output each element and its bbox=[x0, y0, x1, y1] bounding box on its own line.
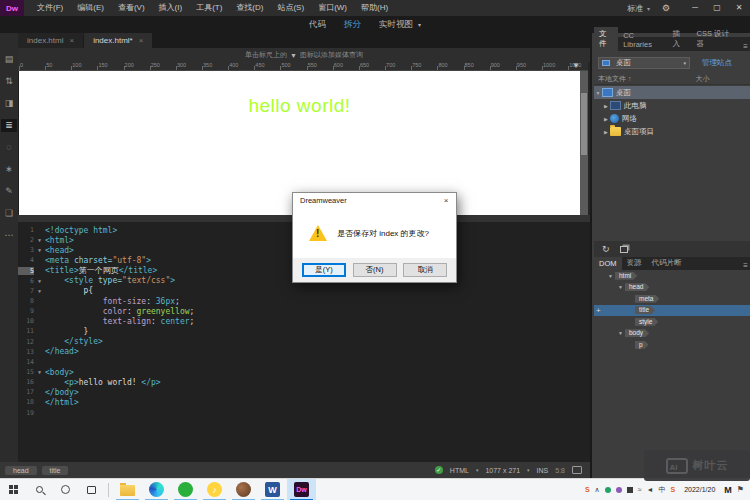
tree-toggle-icon[interactable]: ▶ bbox=[602, 129, 610, 135]
file-tree-item-网络[interactable]: ▶网络 bbox=[594, 112, 750, 125]
menu-item-T[interactable]: 工具(T) bbox=[189, 0, 229, 16]
code-line-8[interactable]: 8 font-size: 36px; bbox=[18, 296, 590, 306]
tab-close-icon[interactable]: × bbox=[139, 36, 144, 45]
dom-node-head[interactable]: ▼head bbox=[594, 282, 750, 294]
tree-toggle-icon[interactable]: ▶ bbox=[602, 116, 610, 122]
menu-item-S[interactable]: 站点(S) bbox=[270, 0, 311, 16]
code-line-16[interactable]: 16 <p>hello world! </p> bbox=[18, 377, 590, 387]
file-tree-item-桌面[interactable]: ▼桌面 bbox=[594, 86, 750, 99]
format-source-icon[interactable]: ≣ bbox=[1, 119, 17, 132]
menu-item-W[interactable]: 窗口(W) bbox=[311, 0, 354, 16]
tag-selector-title[interactable]: title bbox=[42, 466, 69, 475]
tray-sogou-icon[interactable]: S bbox=[671, 486, 676, 493]
dom-toggle-icon[interactable]: ▼ bbox=[616, 284, 625, 290]
dom-refresh-icon[interactable]: ↻ bbox=[602, 244, 610, 254]
site-select[interactable]: 桌面 ▾ bbox=[598, 57, 690, 69]
code-line-10[interactable]: 10 text-align: center; bbox=[18, 316, 590, 326]
manage-sites-link[interactable]: 管理站点 bbox=[702, 58, 732, 68]
file-tree-item-此电脑[interactable]: ▶此电脑 bbox=[594, 99, 750, 112]
taskbar-app-qq-music[interactable]: ♪ bbox=[200, 479, 229, 500]
workspace-caret-icon[interactable]: ▾ bbox=[647, 5, 650, 12]
code-line-15[interactable]: 15▼<body> bbox=[18, 367, 590, 377]
dom-node-meta[interactable]: meta bbox=[594, 293, 750, 305]
dom-node-body[interactable]: ▼body bbox=[594, 328, 750, 340]
notification-flag-icon[interactable]: ⚑ bbox=[737, 485, 744, 494]
workspace-switcher[interactable]: 标准 bbox=[627, 3, 643, 14]
code-snippet-icon[interactable]: ∗ bbox=[1, 163, 17, 176]
code-line-11[interactable]: 11 } bbox=[18, 326, 590, 336]
wifi-icon[interactable]: ≈ bbox=[638, 486, 642, 493]
design-paragraph[interactable]: hello world! bbox=[19, 95, 580, 117]
live-view-options-icon[interactable]: ◨ bbox=[1, 97, 17, 110]
menu-item-I[interactable]: 插入(I) bbox=[152, 0, 190, 16]
tray-green-app-icon[interactable] bbox=[605, 487, 611, 493]
dialog-button-[interactable]: 取消 bbox=[403, 263, 447, 277]
tag-selector-head[interactable]: head bbox=[5, 466, 37, 475]
dom-tab-资源[interactable]: 资源 bbox=[622, 256, 647, 270]
tray-chevron-icon[interactable]: ∧ bbox=[595, 486, 600, 494]
minimize-button[interactable]: ─ bbox=[684, 0, 706, 16]
tab-close-icon[interactable]: × bbox=[69, 36, 74, 45]
taskbar-app-app-circle[interactable] bbox=[229, 479, 258, 500]
menu-item-V[interactable]: 查看(V) bbox=[111, 0, 152, 16]
doc-language-caret-icon[interactable]: ▾ bbox=[476, 467, 479, 473]
design-scrollbar-thumb[interactable] bbox=[581, 93, 587, 155]
view-mode-拆分[interactable]: 拆分 bbox=[335, 19, 370, 31]
open-documents-icon[interactable]: ▤ bbox=[1, 53, 17, 66]
code-line-13[interactable]: 13</head> bbox=[18, 347, 590, 357]
tray-dark-app-icon[interactable] bbox=[627, 487, 633, 493]
start-button[interactable] bbox=[0, 479, 26, 500]
column-local-files[interactable]: 本地文件 ↑ bbox=[598, 74, 631, 84]
dom-node-style[interactable]: style bbox=[594, 316, 750, 328]
windows-icon[interactable]: ❏ bbox=[1, 207, 17, 220]
tree-toggle-icon[interactable]: ▶ bbox=[602, 103, 610, 109]
code-line-17[interactable]: 17</body> bbox=[18, 387, 590, 397]
settings-gear-icon[interactable]: ⚙ bbox=[662, 3, 670, 13]
doc-tab-index.html-modified[interactable]: index.html*× bbox=[84, 33, 152, 48]
edit-tools-icon[interactable]: ✎ bbox=[1, 185, 17, 198]
dom-toggle-icon[interactable]: ▼ bbox=[606, 273, 615, 279]
column-size[interactable]: 大小 bbox=[695, 74, 709, 84]
dom-tab-代码片断[interactable]: 代码片断 bbox=[647, 256, 687, 270]
fold-arrow-icon[interactable]: ▼ bbox=[34, 247, 45, 253]
taskbar-app-wechat[interactable] bbox=[171, 479, 200, 500]
cortana-icon[interactable] bbox=[52, 479, 78, 500]
code-line-9[interactable]: 9 color: greenyellow; bbox=[18, 306, 590, 316]
dom-toggle-icon[interactable]: ▼ bbox=[616, 330, 625, 336]
menu-item-D[interactable]: 查找(D) bbox=[229, 0, 270, 16]
files-tab-CSS设计器[interactable]: CSS 设计器 bbox=[692, 27, 740, 51]
device-preview-icon[interactable] bbox=[572, 466, 582, 474]
view-mode-代码[interactable]: 代码 bbox=[300, 19, 335, 31]
dialog-button-Y[interactable]: 是(Y) bbox=[302, 263, 346, 277]
tray-purple-app-icon[interactable] bbox=[616, 487, 622, 493]
files-tab-插入[interactable]: 插入 bbox=[667, 27, 691, 51]
dom-layers-icon[interactable] bbox=[620, 246, 628, 253]
tray-security-icon[interactable]: S bbox=[585, 486, 590, 493]
taskbar-app-edge-browser[interactable] bbox=[142, 479, 171, 500]
dom-node-html[interactable]: ▼html bbox=[594, 270, 750, 282]
coding-helper-icon[interactable]: ◌ bbox=[1, 141, 17, 154]
menu-item-H[interactable]: 帮助(H) bbox=[354, 0, 395, 16]
taskbar-app-dreamweaver[interactable]: Dw bbox=[287, 479, 316, 500]
live-view-caret-icon[interactable]: ▾ bbox=[418, 21, 421, 28]
task-view-icon[interactable] bbox=[78, 479, 104, 500]
ime-icon[interactable]: 中 bbox=[659, 485, 666, 495]
taskbar-date[interactable]: 2022/1/20 bbox=[684, 486, 715, 493]
file-tree-item-桌面项目[interactable]: ▶桌面项目 bbox=[594, 125, 750, 138]
code-line-18[interactable]: 18</html> bbox=[18, 397, 590, 407]
dialog-button-N[interactable]: 否(N) bbox=[353, 263, 397, 277]
code-line-12[interactable]: 12 </style> bbox=[18, 337, 590, 347]
more-tools-icon[interactable]: ⋯ bbox=[1, 229, 17, 242]
fold-arrow-icon[interactable]: ▼ bbox=[34, 288, 45, 294]
add-element-icon[interactable]: + bbox=[596, 306, 601, 315]
dialog-close-icon[interactable]: × bbox=[436, 196, 456, 205]
dom-node-title[interactable]: +title bbox=[594, 305, 750, 317]
design-scrollbar[interactable] bbox=[580, 71, 588, 215]
menu-item-F[interactable]: 文件(F) bbox=[30, 0, 70, 16]
fold-arrow-icon[interactable]: ▼ bbox=[34, 369, 45, 375]
file-management-icon[interactable]: ⇅ bbox=[1, 75, 17, 88]
horizontal-ruler[interactable]: ▼ 05010015020025030035040045050055060065… bbox=[18, 62, 590, 71]
taskbar-app-file-explorer[interactable] bbox=[113, 479, 142, 500]
doc-language[interactable]: HTML bbox=[450, 467, 469, 474]
menu-item-E[interactable]: 编辑(E) bbox=[70, 0, 111, 16]
